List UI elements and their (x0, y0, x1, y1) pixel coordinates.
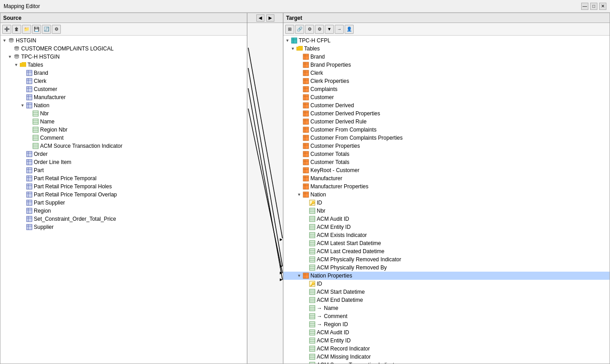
tree-row[interactable]: Supplier (0, 223, 247, 231)
source-settings-button[interactable]: ⚙ (52, 25, 61, 34)
tree-row[interactable]: Name (0, 118, 247, 126)
tree-row[interactable]: ACM Record Indicator (283, 345, 610, 353)
tree-row[interactable]: Order Line Item (0, 158, 247, 166)
expand-button[interactable]: ▼ (19, 102, 26, 109)
tree-row[interactable]: Customer From Complaints (283, 126, 610, 134)
tree-row[interactable]: Complaints (283, 85, 610, 93)
target-tree-wrapper[interactable]: ▼TPC-H CFPL▼TablesBrandBrand PropertiesC… (283, 36, 610, 364)
tree-row[interactable]: ACM Physically Removed By (283, 264, 610, 272)
tree-row[interactable]: ▼Tables (0, 61, 247, 69)
tree-label: Clerk (310, 70, 323, 76)
tree-row[interactable]: CUSTOMER COMPLAINTS LOGICAL (0, 45, 247, 53)
tree-row[interactable]: Clerk (0, 77, 247, 85)
tree-row[interactable]: ACM Audit ID (283, 328, 610, 337)
tree-row[interactable]: Set_Constraint_Order_Total_Price (0, 215, 247, 223)
tree-row[interactable]: Clerk Properties (283, 77, 610, 85)
tree-row[interactable]: Manufacturer (283, 174, 610, 182)
connector-right-button[interactable]: ▶ (266, 14, 274, 22)
connector-left-button[interactable]: ◀ (256, 14, 264, 22)
svg-line-66 (248, 109, 282, 273)
tree-row[interactable]: ACM Latest Start Datetime (283, 239, 610, 247)
target-btn5[interactable]: ▼ (325, 25, 334, 34)
tree-row[interactable]: ▼Tables (283, 45, 610, 53)
target-btn7[interactable]: 👤 (345, 25, 354, 34)
target-btn2[interactable]: 🔗 (295, 25, 304, 34)
tree-row[interactable]: Part (0, 166, 247, 174)
tree-row[interactable]: Customer Totals (283, 150, 610, 158)
tree-row[interactable]: ACM Source Transaction Indicator (283, 361, 610, 364)
tree-row[interactable]: ACM Missing Indicator (283, 353, 610, 361)
tree-row[interactable]: Customer Derived Properties (283, 109, 610, 118)
tree-row[interactable]: ▼Nation (0, 101, 247, 109)
tree-row[interactable]: Part Retail Price Temporal (0, 174, 247, 182)
tree-label: ACM Start Datetime (317, 289, 365, 295)
tree-row[interactable]: ▼Nation Properties (283, 272, 610, 280)
tree-row[interactable]: Region (0, 207, 247, 215)
source-tree-wrapper[interactable]: ▼HSTGINCUSTOMER COMPLAINTS LOGICAL▼TPC-H… (0, 36, 247, 364)
target-btn6[interactable]: → (335, 25, 344, 34)
tree-row[interactable]: Customer (283, 93, 610, 101)
source-refresh-button[interactable]: 🔄 (42, 25, 51, 34)
tree-row[interactable]: Brand (283, 53, 610, 61)
tree-row[interactable]: Customer Derived (283, 101, 610, 109)
expand-button[interactable]: ▼ (284, 37, 291, 44)
tree-row[interactable]: ACM Entity ID (283, 337, 610, 345)
target-btn1[interactable]: ⊞ (285, 25, 294, 34)
tree-row[interactable]: ▼HSTGIN (0, 36, 247, 45)
tree-row[interactable]: ACM End Datetime (283, 296, 610, 304)
tree-label: Customer (310, 94, 334, 100)
source-add-button[interactable]: ➕ (2, 25, 11, 34)
expand-button[interactable]: ▼ (13, 62, 19, 68)
expand-button[interactable]: ▼ (7, 54, 13, 60)
tree-row[interactable]: Customer (0, 85, 247, 93)
close-button[interactable]: ✕ (599, 3, 606, 10)
tree-node: Customer (283, 93, 610, 101)
tree-row[interactable]: ▼Nation (283, 191, 610, 199)
tree-row[interactable]: Comment (0, 134, 247, 142)
source-delete-button[interactable]: 🗑 (12, 25, 21, 34)
tree-row[interactable]: ▼TPC-H HSTGIN (0, 53, 247, 61)
tree-row[interactable]: → Region ID (283, 320, 610, 328)
tree-row[interactable]: ACM Start Datetime (283, 288, 610, 296)
tree-row[interactable]: Part Retail Price Temporal Holes (0, 182, 247, 191)
tree-row[interactable]: Customer Derived Rule (283, 118, 610, 126)
tree-row[interactable]: Manufacturer Properties (283, 182, 610, 191)
tree-row[interactable]: ACM Audit ID (283, 215, 610, 223)
tree-row[interactable]: Order (0, 150, 247, 158)
tree-row[interactable]: ACM Source Transaction Indicator (0, 142, 247, 150)
source-folder-button[interactable]: 📁 (22, 25, 31, 34)
tree-row[interactable]: 🔑ID (283, 199, 610, 207)
tree-row[interactable]: ACM Entity ID (283, 223, 610, 231)
tree-row[interactable]: Manufacturer (0, 93, 247, 101)
tree-row[interactable]: Clerk (283, 69, 610, 77)
tree-row[interactable]: Nbr (0, 109, 247, 118)
tree-row[interactable]: 🔑ID (283, 280, 610, 288)
tree-row[interactable]: ACM Last Created Datetime (283, 247, 610, 255)
tree-row[interactable]: Customer Totals (283, 158, 610, 166)
expand-button[interactable]: ▼ (290, 46, 296, 52)
maximize-button[interactable]: □ (590, 3, 597, 10)
source-save-button[interactable]: 💾 (32, 25, 41, 34)
tree-row[interactable]: Part Supplier (0, 199, 247, 207)
tree-row[interactable]: KeyRoot - Customer (283, 166, 610, 174)
svg-rect-159 (310, 289, 315, 295)
tree-row[interactable]: → Name (283, 304, 610, 312)
tree-row[interactable]: Customer From Complaints Properties (283, 134, 610, 142)
tree-row[interactable]: ACM Exists Indicator (283, 231, 610, 239)
tree-row[interactable]: Brand Properties (283, 61, 610, 69)
minimize-button[interactable]: — (581, 3, 588, 10)
tree-row[interactable]: Region Nbr (0, 126, 247, 134)
tree-row[interactable]: ▼TPC-H CFPL (283, 36, 610, 45)
expand-button[interactable]: ▼ (1, 37, 8, 44)
expand-button[interactable]: ▼ (296, 191, 302, 198)
tree-row[interactable]: Customer Properties (283, 142, 610, 150)
tree-label: Manufacturer Properties (310, 183, 369, 190)
tree-row[interactable]: ACM Physically Removed Indicator (283, 255, 610, 264)
tree-row[interactable]: → Comment (283, 312, 610, 320)
target-btn3[interactable]: ⚙ (305, 25, 314, 34)
tree-row[interactable]: Brand (0, 69, 247, 77)
tree-row[interactable]: Nbr (283, 207, 610, 215)
expand-button[interactable]: ▼ (296, 273, 302, 279)
target-btn4[interactable]: ⚙ (315, 25, 324, 34)
tree-row[interactable]: Part Retail Price Temporal Overlap (0, 191, 247, 199)
